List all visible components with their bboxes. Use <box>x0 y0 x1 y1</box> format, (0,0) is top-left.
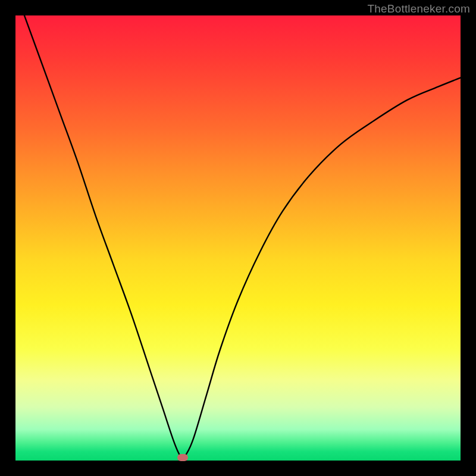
watermark-label: TheBottleneker.com <box>367 2 470 15</box>
optimal-point-marker <box>177 454 188 461</box>
bottleneck-curve <box>15 15 461 461</box>
plot-area <box>15 15 461 461</box>
chart-frame: TheBottleneker.com <box>0 0 476 476</box>
